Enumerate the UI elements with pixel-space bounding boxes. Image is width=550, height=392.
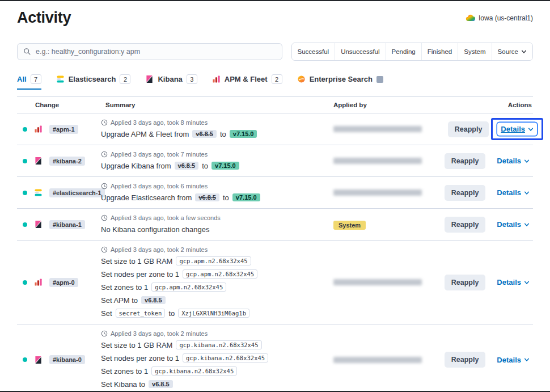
config-value-chip: gcp.kibana.n2.68x32x45	[151, 366, 237, 376]
summary-text: to	[223, 193, 229, 202]
screen-edge-top	[0, 0, 550, 1]
google-cloud-icon	[466, 14, 475, 22]
details-button[interactable]: Details	[493, 154, 533, 167]
table-header: Change Summary Applied by Actions	[17, 96, 533, 113]
actions-cell: ReapplyDetails	[437, 217, 533, 233]
reapply-button[interactable]: Reapply	[445, 185, 486, 201]
column-header-applied-by: Applied by	[329, 102, 437, 108]
details-label: Details	[501, 125, 525, 133]
summary-text: Upgrade APM & Fleet from	[101, 130, 189, 138]
page-header: Activity Iowa (us-central1)	[17, 0, 533, 27]
change-cell: #kibana-1	[17, 220, 101, 229]
details-button[interactable]: Details	[493, 276, 533, 289]
apm-icon	[212, 75, 221, 83]
actions-cell: ReapplyDetails	[437, 121, 533, 137]
column-header-change: Change	[17, 102, 101, 108]
change-cell: #kibana-0	[17, 355, 101, 364]
tab-elasticsearch[interactable]: Elasticsearch2	[56, 74, 131, 90]
summary-line: Set Kibana tov6.8.5	[101, 379, 324, 389]
details-button[interactable]: Details	[493, 353, 533, 366]
change-id-badge: #apm-1	[49, 125, 78, 134]
apm-icon	[34, 125, 43, 133]
details-button[interactable]: Details	[493, 218, 533, 231]
tab-all[interactable]: All7	[17, 74, 41, 90]
summary-text: Set	[101, 309, 112, 318]
summary-line: Set nodes per zone to 1gcp.apm.n2.68x32x…	[101, 269, 324, 279]
filter-pending[interactable]: Pending	[386, 43, 421, 60]
summary-line: Upgrade Elasticsearch fromv6.8.5tov7.15.…	[101, 192, 324, 203]
filter-label: System	[464, 48, 485, 55]
redacted-user	[333, 189, 422, 196]
details-button[interactable]: Details	[493, 186, 533, 199]
clock-icon	[101, 119, 108, 126]
change-cell: #apm-0	[17, 278, 101, 287]
search-icon	[23, 48, 31, 56]
summary-text: Set size to 1 GB RAM	[101, 257, 172, 265]
reapply-button[interactable]: Reapply	[445, 352, 486, 368]
clock-icon	[101, 183, 108, 189]
summary-line: Upgrade Kibana fromv6.8.5tov7.15.0	[101, 161, 324, 171]
filter-label: Successful	[298, 48, 329, 55]
summary-line: Set zones to 1gcp.kibana.n2.68x32x45	[101, 366, 324, 376]
applied-time: Applied 3 days ago, took a few seconds	[101, 214, 324, 221]
filter-successful[interactable]: Successful	[292, 43, 335, 60]
kibana-icon	[145, 75, 154, 83]
filter-label: Source	[498, 48, 518, 55]
summary-text: Set Kibana to	[101, 380, 145, 389]
tab-kibana[interactable]: Kibana3	[145, 74, 197, 90]
applied-time: Applied 3 days ago, took 6 minutes	[101, 183, 324, 189]
config-value-chip: gcp.apm.n2.68x32x45	[176, 256, 251, 265]
new-version-badge: v7.15.0	[230, 130, 257, 138]
filter-group: SuccessfulUnsuccessfulPendingFinishedSys…	[291, 43, 533, 61]
chevron-down-icon	[528, 127, 534, 132]
reapply-button[interactable]: Reapply	[445, 275, 486, 290]
kibana-icon	[34, 220, 43, 229]
applied-by-cell	[329, 189, 437, 196]
tab-apm-fleet[interactable]: APM & Fleet2	[212, 74, 282, 90]
summary-cell: Applied 3 days ago, took a few secondsNo…	[101, 213, 329, 236]
applied-time-label: Applied 3 days ago, took 2 minutes	[111, 330, 208, 337]
filter-finished[interactable]: Finished	[421, 43, 458, 60]
reapply-button[interactable]: Reapply	[445, 153, 486, 169]
change-id-badge: #elasticsearch-1	[49, 188, 105, 197]
change-cell: #apm-1	[17, 125, 101, 134]
applied-by-cell	[329, 158, 437, 164]
old-version-badge: v6.8.5	[195, 193, 219, 201]
success-dot	[23, 357, 27, 362]
clock-icon	[101, 330, 108, 337]
new-version-badge: v7.15.0	[211, 162, 239, 170]
applied-time-label: Applied 3 days ago, took 7 minutes	[111, 151, 208, 158]
summary-line: Upgrade APM & Fleet fromv6.8.5tov7.15.0	[101, 129, 324, 139]
new-version-badge: v7.15.0	[232, 193, 260, 201]
filter-unsuccessful[interactable]: Unsuccessful	[335, 43, 385, 60]
search-input[interactable]	[36, 48, 276, 56]
summary-line: Set APM tov6.8.5	[101, 295, 324, 305]
elasticsearch-icon	[34, 188, 43, 197]
tab-count-badge: 7	[31, 74, 41, 84]
summary-line: Set nodes per zone to 1gcp.kibana.n2.68x…	[101, 353, 324, 363]
summary-cell: Applied 3 days ago, took 7 minutesUpgrad…	[101, 149, 329, 172]
details-button[interactable]: Details	[497, 123, 537, 136]
applied-time: Applied 3 days ago, took 2 minutes	[101, 246, 324, 253]
chevron-down-icon	[524, 280, 530, 285]
filter-label: Pending	[392, 48, 416, 55]
clock-icon	[101, 214, 108, 221]
summary-text: Set size to 1 GB RAM	[101, 341, 172, 349]
summary-text: to	[220, 130, 226, 138]
applied-time-label: Applied 3 days ago, took 8 minutes	[111, 119, 208, 126]
reapply-button[interactable]: Reapply	[445, 217, 486, 233]
summary-cell: Applied 3 days ago, took 2 minutesSet si…	[101, 245, 329, 320]
table-row: #apm-1Applied 3 days ago, took 8 minutes…	[17, 113, 533, 145]
filter-system[interactable]: System	[458, 43, 491, 60]
change-id-badge: #apm-0	[49, 278, 78, 287]
details-label: Details	[497, 220, 521, 229]
filter-source[interactable]: Source	[492, 43, 532, 60]
config-value-chip: gcp.kibana.n2.68x32x45	[176, 340, 261, 349]
summary-text: to	[168, 309, 175, 318]
summary-text: Set zones to 1	[101, 367, 148, 376]
applied-time: Applied 3 days ago, took 8 minutes	[101, 119, 324, 126]
tab-label: APM & Fleet	[225, 75, 268, 83]
reapply-button[interactable]: Reapply	[448, 121, 489, 137]
summary-text: Set zones to 1	[101, 283, 148, 292]
tab-enterprise-search[interactable]: Enterprise Search	[297, 74, 383, 90]
